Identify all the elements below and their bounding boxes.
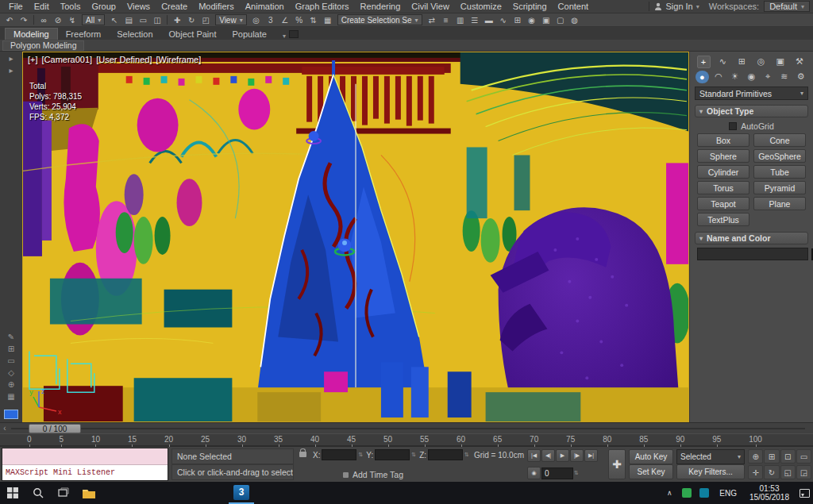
ribbon-tab-freeform[interactable]: Freeform	[58, 29, 110, 40]
mirror-icon[interactable]: ⇄	[425, 14, 439, 26]
rendered-frame-icon[interactable]: ▢	[553, 14, 568, 26]
spinner-snap-icon[interactable]: ⇅	[306, 14, 321, 26]
key-mode-toggle-icon[interactable]: ◉	[527, 467, 541, 479]
time-slider-left-arrow[interactable]: ‹	[0, 424, 10, 433]
object-type-button[interactable]: Teapot	[697, 197, 749, 210]
motion-tab-icon[interactable]: ◎	[754, 56, 768, 68]
viewport-label-segment[interactable]: [User Defined]	[96, 55, 152, 64]
zoom-region-icon[interactable]: ▭	[796, 449, 811, 464]
object-type-button[interactable]: Plane	[753, 197, 806, 210]
menu-item[interactable]: Animation	[240, 2, 290, 11]
rectangular-selection-region-icon[interactable]: ▭	[136, 14, 150, 26]
scene-explorer-icon[interactable]: ▥	[453, 14, 468, 26]
current-frame-field[interactable]	[541, 467, 573, 479]
select-and-scale-icon[interactable]: ◰	[198, 14, 213, 26]
key-filters-button[interactable]: Key Filters...	[676, 464, 745, 479]
ribbon-tab-selection[interactable]: Selection	[109, 29, 160, 40]
selection-filter-dropdown[interactable]: All	[82, 14, 105, 25]
key-selection-dropdown[interactable]: Selected	[676, 449, 745, 464]
viewport-canvas[interactable]	[23, 52, 688, 421]
minimized-window-thumb[interactable]	[4, 410, 18, 419]
menu-item[interactable]: Content	[553, 2, 595, 11]
helpers-category-icon[interactable]: ⌖	[761, 71, 775, 83]
menu-item[interactable]: Customize	[455, 2, 507, 11]
object-type-button[interactable]: Pyramid	[753, 181, 806, 194]
subcategory-dropdown[interactable]: Standard Primitives	[695, 87, 808, 100]
window-crossing-toggle-icon[interactable]: ◫	[150, 14, 164, 26]
select-object-icon[interactable]: ↖	[107, 14, 121, 26]
edit-named-selection-sets-icon[interactable]: ▦	[321, 14, 335, 26]
ribbon-tab-populate[interactable]: Populate	[224, 29, 274, 40]
layer-explorer-icon[interactable]: ☰	[468, 14, 482, 26]
align-icon[interactable]: ≡	[439, 14, 453, 26]
object-type-button[interactable]: GeoSphere	[753, 149, 806, 163]
material-editor-icon[interactable]: ◉	[525, 14, 539, 26]
set-keys-button[interactable]: ✚	[608, 449, 626, 479]
spinner-icon[interactable]: ⇅	[574, 470, 580, 476]
pan-icon[interactable]: ✛	[748, 465, 763, 479]
angle-snap-icon[interactable]: ∠	[278, 14, 292, 26]
render-setup-icon[interactable]: ▣	[539, 14, 553, 26]
ribbon-config-icon[interactable]	[289, 30, 299, 38]
undo-icon[interactable]: ↶	[2, 14, 17, 26]
shapes-category-icon[interactable]: ◠	[712, 71, 726, 83]
orbit-icon[interactable]: ↻	[764, 465, 779, 479]
use-pivot-center-icon[interactable]: ◎	[249, 14, 264, 26]
docked-tool-icon[interactable]: ⊞	[8, 345, 14, 353]
time-slider-handle[interactable]: 0 / 100	[29, 424, 81, 433]
workspaces-dropdown[interactable]: Default	[764, 1, 810, 12]
spacewarps-category-icon[interactable]: ≋	[777, 71, 791, 83]
docked-tool-icon[interactable]: ⊕	[8, 381, 14, 389]
tray-status-icon-teal[interactable]	[695, 482, 713, 504]
select-and-link-icon[interactable]: ∞	[37, 14, 51, 26]
search-icon[interactable]	[25, 482, 51, 504]
geometry-category-icon[interactable]: ●	[695, 71, 709, 83]
docked-tool-icon[interactable]: ◇	[8, 369, 14, 377]
menu-item[interactable]: Civil View	[406, 2, 454, 11]
reference-coordsys-dropdown[interactable]: View	[215, 14, 247, 25]
snaps-toggle-icon[interactable]: 3	[264, 14, 278, 26]
x-coordinate-field[interactable]	[322, 449, 356, 460]
menu-item[interactable]: Rendering	[355, 2, 406, 11]
spinner-icon[interactable]: ⇅	[464, 452, 469, 458]
menu-item[interactable]: Tools	[55, 2, 87, 11]
autogrid-checkbox[interactable]	[729, 122, 737, 130]
ribbon-tab-object-paint[interactable]: Object Paint	[161, 29, 225, 40]
action-center-icon[interactable]	[796, 482, 813, 504]
bind-to-space-warp-icon[interactable]: ↯	[65, 14, 79, 26]
object-type-button[interactable]: Cone	[753, 133, 806, 147]
ribbon-tab-modeling[interactable]: Modeling	[5, 28, 58, 40]
ribbon-minimize-arrow-icon[interactable]: ▾	[279, 33, 289, 40]
selection-lock-icon[interactable]	[299, 452, 306, 457]
object-type-button[interactable]: Tube	[753, 165, 806, 179]
taskbar-clock[interactable]: 01:53 15/05/2018	[743, 484, 796, 502]
docked-tool-icon[interactable]: ▭	[7, 357, 14, 365]
maxscript-listener-field[interactable]: MAXScript Mini Listener	[2, 465, 168, 481]
z-coordinate-field[interactable]	[428, 449, 463, 460]
maxscript-mini-listener[interactable]: MAXScript Mini Listener	[2, 448, 168, 481]
schematic-view-icon[interactable]: ⊞	[511, 14, 525, 26]
set-key-button[interactable]: Set Key	[629, 464, 673, 479]
viewport-label-segment[interactable]: [+]	[28, 55, 38, 64]
next-frame-button[interactable]: |▶	[570, 449, 584, 462]
camera-viewport[interactable]: [+][Camera001][User Defined][Wireframe] …	[22, 52, 689, 422]
hierarchy-tab-icon[interactable]: ⊞	[735, 56, 749, 68]
viewport-tab-arrow-icon[interactable]: ▸	[9, 55, 13, 63]
curve-editor-icon[interactable]: ∿	[496, 14, 511, 26]
menu-item[interactable]: Views	[121, 2, 156, 11]
auto-key-button[interactable]: Auto Key	[629, 449, 673, 464]
docked-tool-icon[interactable]: ✎	[8, 333, 14, 341]
display-tab-icon[interactable]: ▣	[773, 56, 787, 68]
viewport-tab-arrow-icon[interactable]: ▸	[9, 67, 13, 75]
object-type-button[interactable]: Torus	[697, 181, 749, 194]
systems-category-icon[interactable]: ⚙	[794, 71, 807, 83]
object-type-rollout-header[interactable]: ▾ Object Type	[695, 105, 808, 117]
menu-item[interactable]: Group	[86, 2, 121, 11]
object-type-button[interactable]: Box	[697, 133, 749, 147]
viewport-label-segment[interactable]: [Wireframe]	[156, 55, 201, 64]
menu-item[interactable]: Scripting	[507, 2, 553, 11]
select-by-name-icon[interactable]: ▤	[121, 14, 136, 26]
cameras-category-icon[interactable]: ◉	[745, 71, 758, 83]
maximize-viewport-icon[interactable]: ◱	[780, 465, 796, 479]
object-type-button[interactable]: Sphere	[697, 149, 749, 163]
